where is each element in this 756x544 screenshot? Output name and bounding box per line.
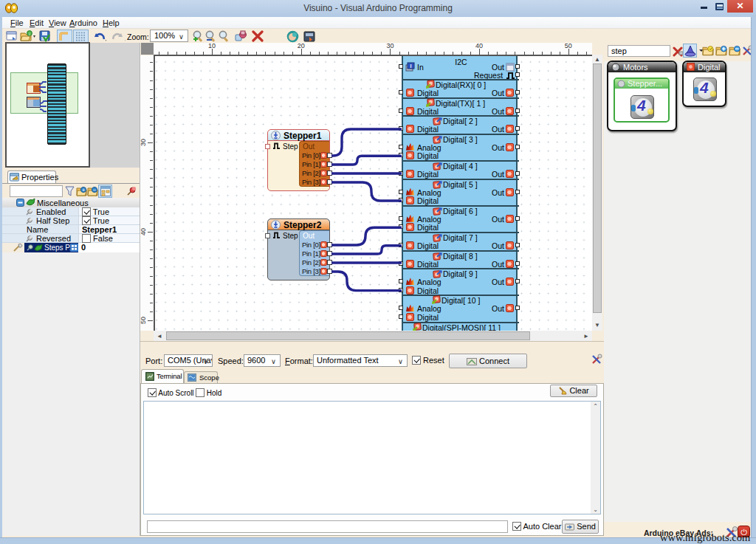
svg-text:+: + (82, 187, 86, 193)
svg-text:−: − (93, 187, 97, 193)
svg-text:↓: ↓ (28, 31, 31, 36)
svg-text:I: I (410, 63, 412, 69)
